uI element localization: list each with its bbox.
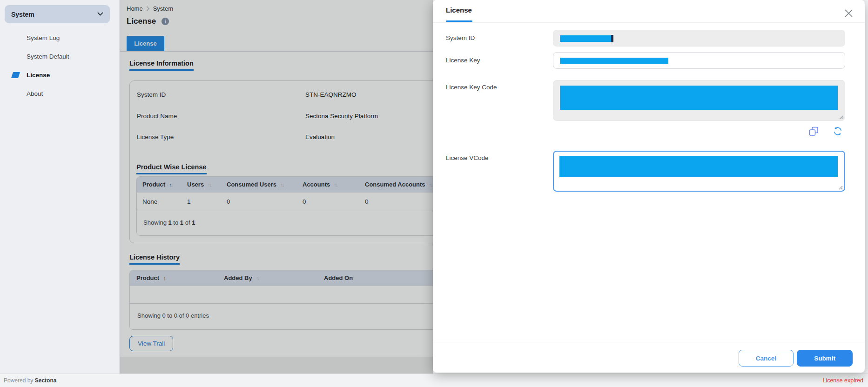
license-parallelogram-icon bbox=[11, 72, 20, 78]
empty-table-row bbox=[130, 286, 433, 303]
col-product[interactable]: Product↑↓ bbox=[130, 274, 219, 281]
license-history-table: Product↑↓ Added By↑↓ Added On Showing 0 … bbox=[129, 270, 433, 330]
brand-name: Sectona bbox=[35, 377, 57, 384]
sidebar-section-label: System bbox=[11, 11, 34, 18]
sort-icon: ↑↓ bbox=[256, 275, 259, 281]
license-history-heading: License History bbox=[129, 254, 180, 265]
license-key-redacted-value bbox=[560, 58, 668, 64]
breadcrumb-home[interactable]: Home bbox=[127, 5, 143, 12]
drawer-label-license-key-code: License Key Code bbox=[446, 84, 497, 91]
table-row[interactable]: None 1 0 0 0 bbox=[137, 192, 433, 211]
col-added-by[interactable]: Added By↑↓ bbox=[219, 274, 319, 281]
license-drawer: License System ID License Key License Ke… bbox=[433, 0, 865, 373]
cancel-button[interactable]: Cancel bbox=[739, 350, 794, 367]
sort-icon: ↑↓ bbox=[429, 182, 432, 187]
col-users[interactable]: Users↑↓ bbox=[182, 181, 222, 188]
sort-icon: ↑↓ bbox=[334, 182, 337, 187]
license-key-code-textarea[interactable] bbox=[553, 80, 845, 121]
field-value-product-name: Sectona Security Platform bbox=[305, 113, 378, 120]
sidebar-item-system-default[interactable]: System Default bbox=[27, 52, 69, 61]
sidebar-section-dropdown[interactable]: System bbox=[5, 5, 110, 23]
drawer-title-underline bbox=[446, 20, 472, 22]
product-wise-license-table: Product↑↓ Users↑↓ Consumed Users↑↓ Accou… bbox=[136, 176, 433, 236]
table-summary: Showing 0 to 0 of 0 entries bbox=[130, 303, 433, 329]
powered-by-text: Powered by Sectona bbox=[4, 377, 56, 384]
system-id-input[interactable] bbox=[553, 30, 845, 47]
drawer-label-license-key: License Key bbox=[446, 57, 480, 64]
page-footer: Powered by Sectona License expired bbox=[0, 374, 868, 387]
table-summary: Showing 1 to 1 of 1 bbox=[137, 211, 433, 235]
license-information-heading: License Information bbox=[129, 60, 194, 71]
product-wise-license-heading: Product Wise License bbox=[136, 163, 207, 174]
license-key-code-redacted-value bbox=[560, 86, 838, 110]
breadcrumb: Home System bbox=[127, 5, 173, 12]
field-label-system-id: System ID bbox=[137, 91, 166, 98]
drawer-label-system-id: System ID bbox=[446, 34, 475, 41]
drawer-footer-divider bbox=[433, 342, 865, 342]
col-accounts[interactable]: Accounts↑↓ bbox=[298, 181, 360, 188]
sort-icon: ↑↓ bbox=[169, 182, 172, 187]
sidebar-item-about[interactable]: About bbox=[27, 89, 43, 99]
sort-icon: ↑↓ bbox=[280, 182, 283, 187]
view-trail-button[interactable]: View Trail bbox=[129, 336, 173, 351]
text-cursor bbox=[611, 35, 613, 42]
tab-license[interactable]: License bbox=[127, 36, 164, 51]
license-vcode-textarea[interactable] bbox=[553, 151, 845, 192]
col-consumed-accounts[interactable]: Consumed Accounts↑↓ bbox=[360, 181, 433, 188]
sort-icon: ↑↓ bbox=[163, 275, 166, 281]
license-status-text: License expired bbox=[822, 377, 863, 384]
col-product[interactable]: Product↑↓ bbox=[137, 181, 182, 188]
breadcrumb-system[interactable]: System bbox=[153, 5, 173, 12]
tab-bar-divider bbox=[120, 51, 433, 52]
system-id-redacted-value bbox=[560, 35, 611, 42]
field-label-product-name: Product Name bbox=[137, 113, 177, 120]
drawer-label-license-vcode: License VCode bbox=[446, 154, 489, 161]
col-consumed-users[interactable]: Consumed Users↑↓ bbox=[222, 181, 298, 188]
license-vcode-redacted-value bbox=[559, 156, 838, 177]
drawer-title: License bbox=[446, 6, 472, 14]
field-value-system-id: STN-EAQNRZMO bbox=[305, 91, 357, 98]
chevron-right-icon bbox=[146, 6, 150, 11]
table-header-row: Product↑↓ Users↑↓ Consumed Users↑↓ Accou… bbox=[137, 177, 433, 192]
main-content: Home System License i License License In… bbox=[120, 0, 433, 374]
field-label-license-type: License Type bbox=[137, 133, 174, 140]
license-information-card: System ID STN-EAQNRZMO Product Name Sect… bbox=[129, 80, 433, 243]
page-title: License bbox=[127, 17, 156, 26]
submit-button[interactable]: Submit bbox=[797, 350, 853, 367]
sidebar-item-system-log[interactable]: System Log bbox=[27, 33, 60, 43]
resize-handle-icon[interactable] bbox=[839, 186, 843, 190]
col-added-on[interactable]: Added On bbox=[319, 274, 433, 281]
sort-icon: ↑↓ bbox=[208, 182, 211, 187]
refresh-icon[interactable] bbox=[833, 127, 843, 137]
info-icon[interactable]: i bbox=[161, 18, 169, 25]
copy-icon[interactable] bbox=[808, 127, 819, 137]
sidebar-item-license[interactable]: License bbox=[27, 71, 50, 80]
license-key-input[interactable] bbox=[553, 52, 845, 69]
chevron-down-icon bbox=[97, 12, 103, 16]
sidebar: System System Log System Default License… bbox=[0, 0, 120, 374]
content-background bbox=[120, 357, 433, 374]
table-header-row: Product↑↓ Added By↑↓ Added On bbox=[130, 270, 433, 286]
field-value-license-type: Evaluation bbox=[305, 133, 335, 140]
resize-handle-icon[interactable] bbox=[839, 115, 843, 120]
